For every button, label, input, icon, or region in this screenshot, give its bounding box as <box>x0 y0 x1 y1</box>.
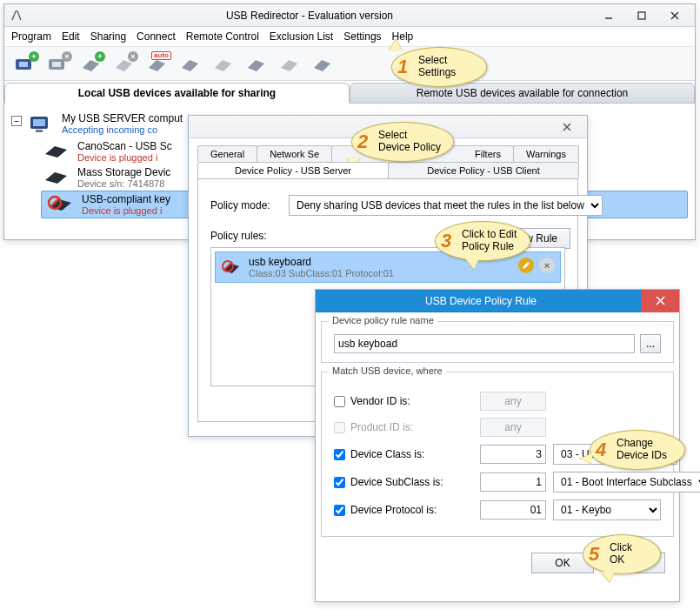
usb-plug-icon <box>41 140 72 161</box>
device-status: Device is plugged i <box>77 152 172 163</box>
rule-name: usb keyboard <box>249 256 394 268</box>
tab-network[interactable]: Network Se <box>257 145 332 162</box>
minimize-button[interactable] <box>592 7 625 24</box>
device-subclass-label: Device SubClass is: <box>350 476 443 488</box>
callout-number: 5 <box>589 543 599 566</box>
callout-number: 1 <box>397 56 408 78</box>
tab-remote[interactable]: Remote USB devices available for connect… <box>350 83 695 104</box>
main-menubar: Program Edit Sharing Connect Remote Cont… <box>4 27 695 47</box>
device-class-input[interactable] <box>480 445 546 464</box>
menu-settings[interactable]: Settings <box>343 30 381 43</box>
plug-action-button[interactable] <box>175 50 206 77</box>
menu-remote[interactable]: Remote Control <box>186 30 259 43</box>
callout-number: 3 <box>441 230 451 252</box>
tab-general[interactable]: General <box>197 145 257 162</box>
rule-close-button[interactable] <box>641 290 679 312</box>
main-tabs: Local USB devices available for sharing … <box>4 81 695 104</box>
callout-text: Select Device Policy <box>378 130 441 154</box>
tab-local[interactable]: Local USB devices available for sharing <box>4 83 350 104</box>
callout-text: Change Device IDs <box>617 438 667 462</box>
rule-titlebar: USB Device Policy Rule <box>316 290 679 312</box>
device-name: USB-compliant key <box>82 193 170 205</box>
product-id-label: Product ID is: <box>350 421 413 433</box>
connect-plug-button[interactable]: + <box>76 50 107 77</box>
autoconnect-button[interactable]: auto <box>142 50 173 77</box>
device-protocol-select[interactable]: 01 - Keybo <box>553 499 661 520</box>
usb-plug-icon <box>41 166 72 187</box>
menu-program[interactable]: Program <box>11 30 51 43</box>
product-id-any: any <box>480 418 546 437</box>
callout-text: Select Settings <box>418 55 456 79</box>
device-protocol-label: Device Protocol is: <box>350 504 437 516</box>
callout-number: 4 <box>596 439 606 461</box>
device-subclass-select[interactable]: 01 - Boot Interface Subclass <box>553 472 700 493</box>
callout-1: 1 Select Settings <box>391 47 487 87</box>
svg-rect-1 <box>638 12 645 19</box>
usb-plug-blocked-icon <box>45 193 77 214</box>
device-protocol-check[interactable]: Device Protocol is: <box>334 504 473 516</box>
device-subclass-check[interactable]: Device SubClass is: <box>334 476 473 488</box>
plug-action4-button[interactable] <box>274 50 305 77</box>
unshare-device-button[interactable]: × <box>43 50 74 77</box>
device-name: Mass Storage Devic <box>77 166 170 178</box>
rule-detail: Class:03 SubClass:01 Protocol:01 <box>249 268 394 278</box>
callout-text: Click OK <box>610 542 632 566</box>
rule-blocked-icon <box>221 259 242 275</box>
app-icon <box>10 9 23 23</box>
menu-connect[interactable]: Connect <box>137 30 176 43</box>
root-name: My USB SERVER comput <box>62 112 183 124</box>
callout-2: 2 Select Device Policy <box>351 122 454 162</box>
vendor-id-label: Vendor ID is: <box>350 395 410 407</box>
policy-rules-label: Policy rules: <box>210 230 280 242</box>
disconnect-plug-button[interactable]: × <box>109 50 140 77</box>
browse-button[interactable]: ... <box>640 334 661 353</box>
close-button[interactable] <box>658 7 691 24</box>
menu-sharing[interactable]: Sharing <box>90 30 126 43</box>
main-title: USB Redirector - Evaluation version <box>27 10 592 22</box>
tab-policy-client[interactable]: Device Policy - USB Client <box>388 162 579 178</box>
tab-warnings[interactable]: Warnings <box>513 145 579 162</box>
device-status: Device s/n: 7414878 <box>77 178 170 189</box>
settings-close-button[interactable] <box>550 118 583 136</box>
callout-5: 5 Click OK <box>583 534 661 574</box>
menu-edit[interactable]: Edit <box>62 30 80 43</box>
callout-text: Click to Edit Policy Rule <box>462 229 517 253</box>
menu-exclusion[interactable]: Exclusion List <box>270 30 333 43</box>
svg-rect-9 <box>33 119 45 126</box>
policy-mode-select[interactable]: Deny sharing USB devices that meet the r… <box>289 195 603 216</box>
rule-name-group: Device policy rule name ... <box>321 321 674 363</box>
share-device-button[interactable]: + <box>10 50 41 77</box>
computer-icon <box>27 112 57 137</box>
svg-rect-5 <box>19 62 28 67</box>
callout-number: 2 <box>357 131 368 153</box>
tab-policy-server[interactable]: Device Policy - USB Server <box>197 162 389 178</box>
plug-action5-button[interactable] <box>307 50 338 77</box>
callout-3: 3 Click to Edit Policy Rule <box>435 221 530 261</box>
rule-title: USB Device Policy Rule <box>321 295 641 307</box>
main-titlebar: USB Redirector - Evaluation version <box>4 4 695 27</box>
product-id-check: Product ID is: <box>334 421 473 433</box>
edit-rule-button[interactable] <box>518 258 534 273</box>
main-toolbar: + × + × auto <box>4 47 695 81</box>
root-sub: Accepting incoming co <box>62 124 183 135</box>
match-group-label: Match USB device, where <box>329 365 446 376</box>
svg-rect-7 <box>52 62 61 67</box>
policy-mode-label: Policy mode: <box>210 199 280 211</box>
device-class-label: Device Class is: <box>350 448 424 460</box>
device-status: Device is plugged i <box>82 205 170 216</box>
device-subclass-input[interactable] <box>480 473 546 492</box>
device-protocol-input[interactable] <box>480 500 546 520</box>
rule-name-input[interactable] <box>334 334 635 353</box>
callout-4: 4 Change Device IDs <box>590 430 685 470</box>
maximize-button[interactable] <box>625 7 658 24</box>
plug-action3-button[interactable] <box>241 50 272 77</box>
rule-name-group-label: Device policy rule name <box>329 315 437 325</box>
vendor-id-check[interactable]: Vendor ID is: <box>334 395 473 407</box>
collapse-icon[interactable]: − <box>11 116 22 126</box>
plug-action2-button[interactable] <box>208 50 239 77</box>
device-class-check[interactable]: Device Class is: <box>334 448 473 460</box>
device-name: CanoScan - USB Sc <box>77 140 172 152</box>
vendor-id-any: any <box>480 392 546 411</box>
svg-rect-10 <box>36 130 43 132</box>
delete-rule-button[interactable]: × <box>539 258 555 273</box>
